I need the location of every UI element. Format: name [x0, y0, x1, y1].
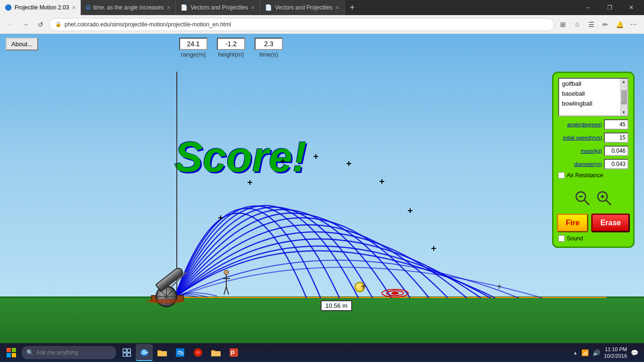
range-label: range(m) — [181, 51, 206, 58]
projectile-type-list: golfball baseball bowlingball ▲ ▼ — [558, 78, 628, 116]
ppt-taskbar-icon[interactable]: P — [225, 344, 242, 361]
nav-bar: ← → ↺ 🔒 phet.colorado.edu/sims/projectil… — [0, 15, 644, 34]
taskbar-clock[interactable]: 11:10 PM 10/2/2016 — [604, 346, 627, 360]
mass-input[interactable] — [604, 146, 628, 156]
svg-rect-34 — [7, 353, 11, 357]
tab4-label: Vectors and Projectiles — [275, 4, 332, 11]
forward-button[interactable]: → — [19, 18, 32, 31]
search-icon: 🔍 — [26, 349, 33, 356]
tab1-favicon: 🔵 — [5, 4, 12, 11]
network-icon[interactable]: 📶 — [581, 349, 589, 356]
air-resistance-row: Air Resistance — [558, 172, 628, 179]
ppt-icon: P — [229, 348, 239, 357]
zoom-out-button[interactable] — [574, 190, 591, 209]
title-bar: 🔵 Projectile Motion 2.03 ✕ G time. as th… — [0, 0, 644, 15]
time-display: 2.3 time(s) — [255, 38, 283, 58]
projectile-golfball[interactable]: golfball — [559, 79, 627, 89]
reader-button[interactable]: ⊞ — [556, 18, 570, 31]
svg-text:🛍: 🛍 — [177, 349, 184, 356]
zoom-in-button[interactable] — [596, 190, 613, 209]
edge-taskbar-icon[interactable] — [136, 344, 153, 361]
explorer-taskbar-icon[interactable] — [154, 344, 171, 361]
fire-button[interactable]: Fire — [557, 214, 588, 232]
target-ring — [381, 288, 409, 300]
distance-marker: 10.56 m — [321, 300, 352, 311]
tab2-favicon: G — [86, 4, 90, 11]
folder-icon — [157, 348, 167, 357]
time-label: time(s) — [259, 51, 278, 58]
more-button[interactable]: ⋯ — [627, 18, 640, 31]
svg-line-21 — [226, 287, 229, 295]
range-display: 24.1 range(m) — [179, 38, 207, 58]
erase-button[interactable]: Erase — [591, 214, 630, 232]
tab1-close[interactable]: ✕ — [72, 5, 76, 11]
scroll-down-arrow[interactable]: ▼ — [622, 110, 626, 115]
maximize-button[interactable]: ❐ — [599, 0, 620, 15]
folder-taskbar-icon[interactable] — [207, 344, 224, 361]
folder2-icon — [211, 348, 221, 357]
bookmark-button[interactable]: ☆ — [570, 18, 584, 31]
store-taskbar-icon[interactable]: 🛍 — [172, 344, 189, 361]
angle-input[interactable] — [604, 119, 628, 130]
angle-param-row: angle(degrees) — [558, 119, 628, 130]
sound-checkbox[interactable] — [558, 235, 565, 242]
sky-background — [0, 34, 644, 298]
tab-projectile-motion[interactable]: 🔵 Projectile Motion 2.03 ✕ — [0, 0, 81, 15]
address-text: phet.colorado.edu/sims/projectile-motion… — [65, 21, 548, 28]
svg-rect-38 — [123, 353, 126, 356]
minimize-button[interactable]: – — [577, 0, 599, 15]
about-button[interactable]: About... — [6, 38, 38, 50]
projectile-bowlingball[interactable]: bowlingball — [559, 99, 627, 108]
tab4-close[interactable]: ✕ — [335, 5, 339, 11]
red-app-taskbar-icon[interactable] — [190, 344, 206, 361]
diameter-label[interactable]: diameter(m) — [558, 161, 602, 167]
mass-label[interactable]: mass(kg) — [558, 148, 602, 154]
tab-angle[interactable]: G time. as the angle increases ✕ — [81, 0, 176, 15]
air-resistance-label: Air Resistance — [567, 172, 603, 179]
notes-button[interactable]: ✏ — [599, 18, 612, 31]
notifications-button[interactable]: 🔔 — [613, 18, 626, 31]
hub-button[interactable]: ☰ — [585, 18, 598, 31]
height-display: -1.2 height(m) — [217, 38, 245, 58]
close-button[interactable]: ✕ — [620, 0, 642, 15]
speed-label[interactable]: initial speed(m/s) — [558, 135, 602, 140]
speed-input[interactable] — [604, 132, 628, 143]
air-resistance-checkbox[interactable] — [558, 172, 565, 179]
scroll-thumb[interactable] — [621, 90, 627, 104]
system-tray-arrow[interactable]: ▲ — [573, 350, 578, 355]
tab-list: 🔵 Projectile Motion 2.03 ✕ G time. as th… — [0, 0, 577, 15]
address-bar[interactable]: 🔒 phet.colorado.edu/sims/projectile-moti… — [49, 18, 554, 31]
store-icon: 🛍 — [175, 348, 185, 357]
projectile-baseball[interactable]: baseball — [559, 89, 627, 99]
svg-rect-37 — [127, 349, 131, 352]
svg-point-46 — [196, 351, 200, 354]
tab3-favicon: 📄 — [181, 4, 188, 11]
notification-icon[interactable]: 💬 — [631, 349, 638, 356]
score-text: Score! — [174, 133, 306, 181]
height-label: height(m) — [218, 51, 244, 58]
tab-vectors2[interactable]: 📄 Vectors and Projectiles ✕ — [260, 0, 345, 15]
diameter-input[interactable] — [604, 159, 628, 169]
refresh-button[interactable]: ↺ — [34, 18, 47, 31]
task-view-button[interactable] — [119, 344, 135, 361]
range-value: 24.1 — [179, 38, 207, 50]
new-tab-button[interactable]: + — [345, 0, 360, 15]
speed-param-row: initial speed(m/s) — [558, 132, 628, 143]
taskbar-search[interactable]: 🔍 Ask me anything — [22, 346, 116, 359]
zoom-controls — [558, 190, 628, 209]
tab3-close[interactable]: ✕ — [251, 5, 255, 11]
scroll-up-arrow[interactable]: ▲ — [622, 80, 626, 84]
svg-rect-36 — [123, 349, 126, 352]
angle-label[interactable]: angle(degrees) — [558, 122, 602, 127]
sound-label: Sound — [567, 235, 583, 242]
cursor-crosshair-2: + — [496, 281, 502, 292]
task-view-icon — [123, 348, 131, 357]
volume-icon[interactable]: 🔊 — [593, 349, 600, 356]
tab-vectors1[interactable]: 📄 Vectors and Projectiles ✕ — [176, 0, 260, 15]
start-button[interactable] — [2, 344, 21, 361]
back-button[interactable]: ← — [4, 18, 17, 31]
taskbar: 🔍 Ask me anything 🛍 — [0, 343, 644, 362]
tab2-close[interactable]: ✕ — [166, 5, 171, 11]
sound-row: Sound — [558, 235, 628, 242]
svg-line-31 — [606, 200, 611, 205]
